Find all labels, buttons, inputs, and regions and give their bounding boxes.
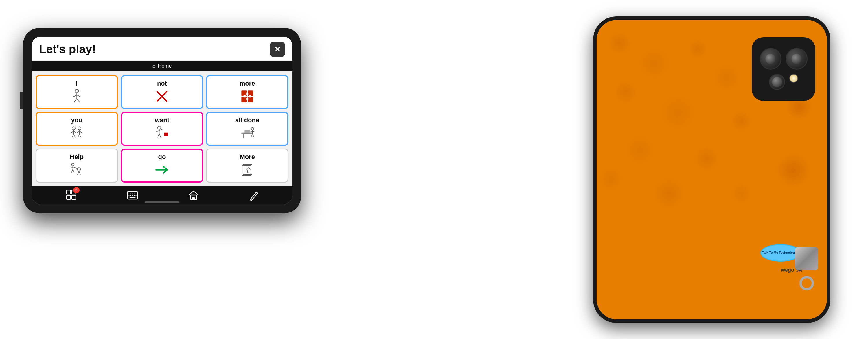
home-button[interactable] bbox=[188, 190, 199, 201]
svg-rect-15 bbox=[249, 95, 251, 97]
aac-cell-more[interactable]: more bbox=[206, 75, 288, 109]
svg-line-42 bbox=[253, 131, 254, 132]
cell-label-more: more bbox=[240, 80, 255, 87]
orange-pattern: Talk To Me Technologies wego 5A bbox=[597, 20, 827, 319]
page-2-icon: 2 bbox=[239, 162, 255, 178]
svg-line-21 bbox=[73, 134, 75, 137]
ring-base bbox=[795, 247, 818, 270]
scene: Talk To Me Technologies wego 5A Let's pl… bbox=[14, 11, 854, 329]
svg-line-3 bbox=[77, 95, 81, 97]
cell-label-help: Help bbox=[70, 153, 84, 161]
aac-cell-you[interactable]: you bbox=[36, 112, 118, 146]
cell-icon-you bbox=[68, 125, 85, 141]
title-bar: Let's play! ✕ bbox=[32, 37, 292, 61]
cell-label-want: want bbox=[155, 116, 169, 124]
cell-icon-more bbox=[239, 89, 256, 104]
back-device-inner: Talk To Me Technologies wego 5A bbox=[597, 20, 827, 319]
svg-line-50 bbox=[73, 169, 74, 173]
svg-line-53 bbox=[79, 171, 81, 175]
aac-cell-all-done[interactable]: all done bbox=[206, 112, 288, 146]
svg-rect-34 bbox=[164, 133, 168, 136]
keyboard-button[interactable] bbox=[127, 190, 138, 201]
svg-rect-61 bbox=[66, 195, 71, 199]
svg-rect-12 bbox=[246, 93, 248, 95]
svg-text:2: 2 bbox=[247, 170, 249, 173]
svg-line-19 bbox=[73, 131, 76, 133]
camera-lens-2 bbox=[786, 48, 808, 70]
apps-badge: 2 bbox=[73, 187, 80, 193]
close-icon: ✕ bbox=[274, 46, 281, 53]
nav-bar: ⌂ Home bbox=[32, 61, 292, 71]
brand-name: Talk To Me Technologies bbox=[762, 251, 799, 255]
camera-lens-1 bbox=[760, 48, 781, 70]
svg-line-48 bbox=[73, 167, 75, 168]
aac-cell-go[interactable]: go bbox=[121, 148, 204, 182]
x-cross-icon bbox=[154, 89, 170, 104]
svg-point-39 bbox=[251, 128, 254, 130]
edit-button[interactable] bbox=[249, 190, 259, 201]
svg-rect-14 bbox=[244, 95, 246, 97]
svg-line-41 bbox=[251, 131, 253, 132]
aac-cell-help[interactable]: Help bbox=[36, 148, 118, 182]
cell-icon-not bbox=[153, 89, 171, 104]
cell-icon-all-done bbox=[239, 125, 256, 141]
svg-point-16 bbox=[72, 127, 75, 130]
cell-icon-help bbox=[68, 162, 85, 178]
svg-line-43 bbox=[251, 134, 253, 137]
svg-line-32 bbox=[158, 134, 159, 137]
aac-cell-I[interactable]: I bbox=[36, 75, 118, 109]
svg-line-44 bbox=[253, 134, 254, 137]
pencil-icon bbox=[249, 190, 259, 201]
person-icon bbox=[69, 89, 85, 104]
svg-rect-76 bbox=[192, 197, 195, 200]
svg-line-52 bbox=[77, 171, 79, 175]
svg-line-5 bbox=[77, 98, 79, 102]
arrow-right-icon bbox=[154, 162, 170, 178]
svg-point-45 bbox=[71, 163, 74, 166]
svg-line-80 bbox=[251, 199, 252, 200]
screen-area: Let's play! ✕ ⌂ Home I bbox=[32, 37, 292, 204]
keyboard-icon bbox=[127, 190, 138, 201]
back-device: Talk To Me Technologies wego 5A bbox=[593, 16, 830, 323]
table-push-icon bbox=[239, 125, 255, 141]
cell-label-you: you bbox=[71, 116, 83, 124]
cell-label-go: go bbox=[158, 153, 166, 161]
svg-point-28 bbox=[158, 126, 161, 130]
svg-rect-9 bbox=[248, 91, 253, 96]
svg-line-81 bbox=[250, 200, 250, 201]
cell-label-all-done: all done bbox=[235, 116, 259, 124]
camera-bump bbox=[752, 37, 815, 101]
brand-badge: Talk To Me Technologies bbox=[761, 244, 801, 262]
cell-icon-more2: 2 bbox=[239, 162, 256, 178]
aac-grid: I not bbox=[32, 71, 292, 187]
aac-cell-more2[interactable]: More 2 bbox=[206, 148, 288, 182]
ring-loop bbox=[799, 276, 814, 291]
home-nav-label: Home bbox=[158, 63, 172, 69]
page-title: Let's play! bbox=[39, 43, 96, 56]
help-figure-icon bbox=[69, 162, 85, 178]
cell-label-more2: More bbox=[240, 153, 255, 161]
puzzle-icon bbox=[239, 89, 255, 104]
camera-lens-3 bbox=[769, 74, 785, 90]
cell-icon-want bbox=[153, 125, 171, 141]
svg-line-4 bbox=[74, 98, 77, 102]
svg-line-47 bbox=[71, 167, 73, 168]
svg-line-27 bbox=[79, 134, 81, 137]
home-icon bbox=[188, 190, 199, 201]
svg-line-24 bbox=[77, 131, 79, 133]
home-indicator bbox=[145, 201, 179, 203]
ring-mount bbox=[795, 247, 821, 282]
aac-cell-want[interactable]: want bbox=[121, 112, 204, 146]
svg-line-18 bbox=[71, 131, 73, 133]
svg-rect-8 bbox=[241, 91, 247, 96]
camera-flash bbox=[789, 74, 798, 83]
close-button[interactable]: ✕ bbox=[270, 42, 285, 57]
svg-point-0 bbox=[75, 89, 79, 93]
cell-icon-I bbox=[68, 89, 85, 104]
side-button bbox=[20, 92, 23, 109]
cell-icon-go bbox=[153, 162, 171, 178]
apps-button[interactable]: 2 bbox=[66, 189, 77, 201]
cell-label-I: I bbox=[76, 80, 78, 87]
svg-rect-11 bbox=[248, 97, 253, 102]
aac-cell-not[interactable]: not bbox=[121, 75, 204, 109]
